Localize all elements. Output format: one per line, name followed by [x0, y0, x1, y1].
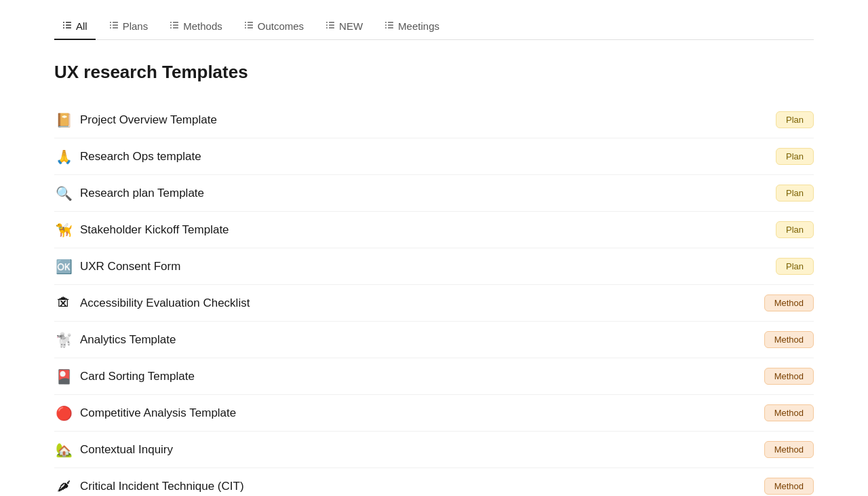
- template-emoji: 🆗: [54, 259, 73, 275]
- tab-label: NEW: [339, 20, 363, 32]
- template-emoji: 🎴: [54, 368, 73, 385]
- svg-rect-31: [388, 22, 393, 23]
- list-item[interactable]: 🆗UXR Consent FormPlan: [54, 248, 814, 285]
- svg-rect-29: [329, 27, 334, 28]
- badge-method: Method: [764, 331, 814, 348]
- template-left: 📔Project Overview Template: [54, 112, 217, 128]
- svg-rect-16: [170, 27, 172, 28]
- badge-plan: Plan: [776, 221, 814, 238]
- tab-label: Outcomes: [258, 20, 304, 32]
- svg-rect-20: [245, 24, 246, 26]
- list-icon: [384, 20, 394, 32]
- template-left: 🏚Accessibility Evaluation Checklist: [54, 295, 250, 311]
- svg-rect-14: [170, 24, 172, 26]
- list-item[interactable]: 🎴Card Sorting TemplateMethod: [54, 358, 814, 395]
- tab-outcomes[interactable]: Outcomes: [236, 14, 312, 40]
- tab-label: All: [76, 20, 87, 32]
- badge-method: Method: [764, 441, 814, 458]
- template-emoji: 🌶: [54, 478, 73, 494]
- badge-method: Method: [764, 404, 814, 421]
- template-name: Analytics Template: [80, 333, 176, 347]
- svg-rect-6: [110, 22, 111, 23]
- svg-rect-34: [385, 27, 387, 28]
- svg-rect-7: [113, 22, 118, 23]
- template-emoji: 🙏: [54, 149, 73, 165]
- svg-rect-26: [326, 24, 328, 26]
- list-item[interactable]: 🌶Critical Incident Technique (CIT)Method: [54, 468, 814, 496]
- list-item[interactable]: 🔍Research plan TemplatePlan: [54, 175, 814, 212]
- template-left: 🙏Research Ops template: [54, 149, 201, 165]
- template-left: 🐩Analytics Template: [54, 332, 176, 348]
- badge-plan: Plan: [776, 148, 814, 165]
- template-left: 🦮Stakeholder Kickoff Template: [54, 222, 229, 238]
- svg-rect-27: [329, 24, 334, 26]
- svg-rect-19: [248, 22, 253, 23]
- svg-rect-25: [329, 22, 334, 23]
- svg-rect-0: [63, 22, 64, 23]
- list-item[interactable]: 📔Project Overview TemplatePlan: [54, 102, 814, 138]
- list-icon: [244, 20, 254, 32]
- list-item[interactable]: 🏚Accessibility Evaluation ChecklistMetho…: [54, 285, 814, 322]
- svg-rect-30: [385, 22, 387, 23]
- svg-rect-13: [173, 22, 178, 23]
- template-emoji: 🐩: [54, 332, 73, 348]
- tab-label: Meetings: [398, 20, 439, 32]
- svg-rect-3: [66, 24, 71, 26]
- template-emoji: 🦮: [54, 222, 73, 238]
- list-icon: [62, 20, 72, 32]
- badge-method: Method: [764, 294, 814, 311]
- template-name: Accessibility Evaluation Checklist: [80, 297, 250, 310]
- list-item[interactable]: 🏡Contextual InquiryMethod: [54, 432, 814, 468]
- svg-rect-17: [173, 27, 178, 28]
- page-title: UX research Templates: [54, 62, 814, 83]
- template-emoji: 🏡: [54, 442, 73, 458]
- svg-rect-12: [170, 22, 172, 23]
- svg-rect-32: [385, 24, 387, 26]
- template-name: Stakeholder Kickoff Template: [80, 223, 229, 237]
- svg-rect-15: [173, 24, 178, 26]
- template-emoji: 📔: [54, 112, 73, 128]
- svg-rect-21: [248, 24, 253, 26]
- template-emoji: 🔴: [54, 405, 73, 421]
- nav-tabs: All Plans Methods Outcomes: [54, 0, 814, 40]
- tab-label: Plans: [123, 20, 149, 32]
- svg-rect-9: [113, 24, 118, 26]
- badge-method: Method: [764, 478, 814, 495]
- tab-new[interactable]: NEW: [317, 14, 371, 40]
- list-item[interactable]: 🔴Competitive Analysis TemplateMethod: [54, 395, 814, 432]
- template-name: Critical Incident Technique (CIT): [80, 480, 244, 493]
- template-name: Card Sorting Template: [80, 370, 195, 383]
- svg-rect-1: [66, 22, 71, 23]
- template-emoji: 🏚: [54, 295, 73, 311]
- list-item[interactable]: 🙏Research Ops templatePlan: [54, 138, 814, 175]
- tab-label: Methods: [183, 20, 222, 32]
- list-icon: [109, 20, 119, 32]
- template-name: Research plan Template: [80, 187, 204, 200]
- template-name: Competitive Analysis Template: [80, 406, 236, 420]
- svg-rect-8: [110, 24, 111, 26]
- svg-rect-5: [66, 27, 71, 28]
- svg-rect-22: [245, 27, 246, 28]
- template-left: 🆗UXR Consent Form: [54, 259, 180, 275]
- tab-all[interactable]: All: [54, 14, 96, 40]
- svg-rect-28: [326, 27, 328, 28]
- tab-methods[interactable]: Methods: [161, 14, 231, 40]
- svg-rect-35: [388, 27, 393, 28]
- template-name: Research Ops template: [80, 150, 201, 164]
- tab-plans[interactable]: Plans: [101, 14, 157, 40]
- tab-meetings[interactable]: Meetings: [376, 14, 448, 40]
- svg-rect-23: [248, 27, 253, 28]
- template-left: 🔴Competitive Analysis Template: [54, 405, 236, 421]
- svg-rect-24: [326, 22, 328, 23]
- svg-rect-4: [63, 27, 64, 28]
- template-left: 🏡Contextual Inquiry: [54, 442, 173, 458]
- badge-method: Method: [764, 368, 814, 385]
- template-left: 🎴Card Sorting Template: [54, 368, 195, 385]
- list-item[interactable]: 🐩Analytics TemplateMethod: [54, 322, 814, 358]
- list-item[interactable]: 🦮Stakeholder Kickoff TemplatePlan: [54, 212, 814, 248]
- template-left: 🔍Research plan Template: [54, 185, 204, 202]
- svg-rect-33: [388, 24, 393, 26]
- template-name: Project Overview Template: [80, 113, 217, 127]
- badge-plan: Plan: [776, 258, 814, 275]
- template-name: Contextual Inquiry: [80, 443, 173, 457]
